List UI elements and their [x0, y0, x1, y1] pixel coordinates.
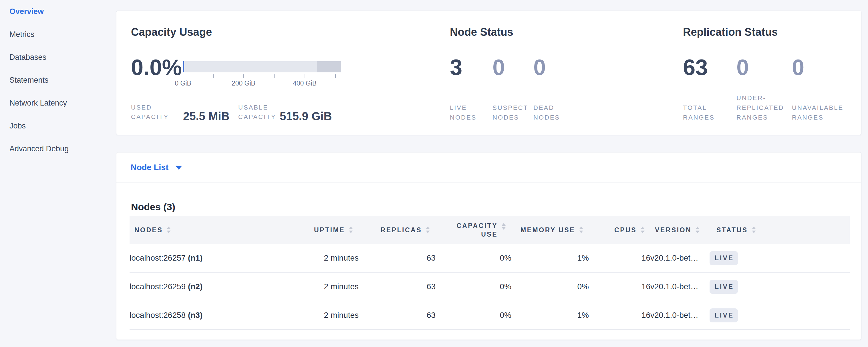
- sidebar-item-advanced-debug[interactable]: Advanced Debug: [0, 137, 116, 160]
- capacity-gauge-bar: [183, 61, 341, 72]
- stat-label: UNDER- REPLICATED RANGES: [737, 93, 792, 122]
- col-header-inner: NODES: [129, 216, 282, 244]
- cell-node: localhost:26259 (n2): [129, 272, 282, 301]
- col-header-node[interactable]: NODES: [129, 216, 282, 244]
- sort-up-arrow: [502, 223, 506, 226]
- capacity-gauge: 0 GiB200 GiB400 GiB: [183, 61, 341, 96]
- col-header-uptime[interactable]: UPTIME: [282, 216, 359, 244]
- cell-memory_use: 1%: [512, 244, 589, 272]
- sort-down-arrow: [695, 230, 700, 233]
- stat: 0UNDER- REPLICATED RANGES: [737, 56, 792, 122]
- gauge-tick: [305, 74, 305, 78]
- node-list-card: Node List Nodes (3) NODESUPTIMEREPLICASC…: [116, 152, 861, 340]
- cell-replicas: 63: [359, 272, 436, 301]
- node-list-dropdown-label: Node List: [131, 163, 168, 172]
- page: OverviewMetricsDatabasesStatementsNetwor…: [0, 0, 868, 347]
- sidebar-item-statements[interactable]: Statements: [0, 69, 116, 92]
- sidebar-item-jobs[interactable]: Jobs: [0, 115, 116, 137]
- sidebar-item-overview[interactable]: Overview: [0, 0, 116, 23]
- col-header-capacity_use[interactable]: CAPACITY USE: [436, 216, 512, 244]
- sort-icon: [752, 227, 756, 233]
- replication-status-stats: 63TOTAL RANGES0UNDER- REPLICATED RANGES0…: [683, 56, 858, 122]
- cell-memory_use: 0%: [512, 272, 589, 301]
- cell-replicas: 63: [359, 244, 436, 272]
- capacity-stats: USED CAPACITY25.5 MiBUSABLE CAPACITY515.…: [131, 103, 332, 122]
- cell-node: localhost:26257 (n1): [129, 244, 282, 272]
- col-header-inner: MEMORY USE: [512, 216, 589, 244]
- cell-cpus: 16: [589, 244, 650, 272]
- node-id: (n3): [186, 311, 203, 319]
- stat: 0UNAVAILABLE RANGES: [792, 56, 858, 122]
- node-list-dropdown[interactable]: Node List: [131, 163, 182, 172]
- gauge-tick: [335, 74, 336, 78]
- nodes-table-body: localhost:26257 (n1)2 minutes630%1%16v20…: [129, 244, 850, 329]
- node-address[interactable]: localhost:26257: [129, 253, 186, 262]
- col-header-inner: UPTIME: [282, 216, 359, 244]
- sort-down-arrow: [167, 230, 171, 233]
- col-header-inner: CPUS: [589, 216, 650, 244]
- status-badge: LIVE: [710, 308, 738, 322]
- col-header-label: REPLICAS: [381, 226, 422, 234]
- cell-uptime: 2 minutes: [282, 244, 359, 272]
- sort-icon: [426, 227, 430, 233]
- cell-version: v20.1.0-bet…: [650, 244, 710, 272]
- capacity-stat-value: 515.9 GiB: [280, 111, 332, 122]
- cell-status: LIVE: [710, 301, 850, 329]
- stat: 63TOTAL RANGES: [683, 56, 737, 122]
- cell-version: v20.1.0-bet…: [650, 301, 710, 329]
- stat-label: LIVE NODES: [450, 103, 493, 122]
- table-row[interactable]: localhost:26259 (n2)2 minutes630%0%16v20…: [129, 272, 850, 301]
- status-badge: LIVE: [710, 251, 738, 265]
- gauge-tick: [213, 74, 214, 78]
- node-status-stats: 3LIVE NODES0SUSPECT NODES0DEAD NODES: [450, 56, 582, 122]
- sort-down-arrow: [349, 230, 353, 233]
- capacity-percent: 0.0%: [131, 56, 182, 78]
- node-address[interactable]: localhost:26259: [129, 282, 186, 291]
- stat-value: 63: [683, 56, 737, 78]
- col-header-inner: STATUS: [710, 216, 850, 244]
- gauge-tick: [183, 74, 183, 78]
- stat-value: 3: [450, 56, 493, 78]
- col-header-label: CAPACITY USE: [457, 221, 498, 239]
- sort-down-arrow: [641, 230, 645, 233]
- col-header-version[interactable]: VERSION: [650, 216, 710, 244]
- col-header-label: VERSION: [655, 226, 691, 234]
- stat: 0DEAD NODES: [533, 56, 582, 122]
- sort-up-arrow: [426, 227, 430, 229]
- gauge-tick-label: 200 GiB: [231, 80, 255, 87]
- sort-icon: [641, 227, 645, 233]
- sidebar-nav: OverviewMetricsDatabasesStatementsNetwor…: [0, 0, 116, 160]
- col-header-cpus[interactable]: CPUS: [589, 216, 650, 244]
- sort-up-arrow: [349, 227, 353, 229]
- col-header-replicas[interactable]: REPLICAS: [359, 216, 436, 244]
- sort-up-arrow: [695, 227, 700, 229]
- sort-down-arrow: [579, 230, 583, 233]
- cell-uptime: 2 minutes: [282, 301, 359, 329]
- stat: 3LIVE NODES: [450, 56, 493, 122]
- nodes-count-heading: Nodes (3): [131, 201, 175, 213]
- gauge-tick-label: 400 GiB: [293, 80, 317, 87]
- col-header-status[interactable]: STATUS: [710, 216, 850, 244]
- sort-down-arrow: [426, 230, 430, 233]
- col-header-label: CPUS: [614, 226, 637, 234]
- capacity-stat-value: 25.5 MiB: [183, 111, 238, 122]
- capacity-stat-label: USED CAPACITY: [131, 103, 183, 122]
- node-address[interactable]: localhost:26258: [129, 311, 186, 319]
- sidebar-item-network-latency[interactable]: Network Latency: [0, 92, 116, 115]
- cell-memory_use: 1%: [512, 301, 589, 329]
- gauge-tick-label: 0 GiB: [175, 80, 191, 87]
- sidebar-item-databases[interactable]: Databases: [0, 46, 116, 69]
- col-header-memory_use[interactable]: MEMORY USE: [512, 216, 589, 244]
- col-header-label: MEMORY USE: [521, 226, 575, 234]
- stat-value: 0: [533, 56, 582, 78]
- table-row[interactable]: localhost:26258 (n3)2 minutes630%1%16v20…: [129, 301, 850, 329]
- sidebar-item-metrics[interactable]: Metrics: [0, 23, 116, 46]
- stat: 0SUSPECT NODES: [493, 56, 533, 122]
- col-header-label: STATUS: [716, 226, 748, 234]
- status-badge: LIVE: [710, 280, 738, 294]
- main-content: Capacity Usage 0.0% 0 GiB200 GiB400 GiB …: [116, 0, 861, 340]
- sort-down-arrow: [502, 227, 506, 230]
- sort-up-arrow: [752, 227, 756, 229]
- nodes-table-header-row: NODESUPTIMEREPLICASCAPACITY USEMEMORY US…: [129, 216, 850, 244]
- table-row[interactable]: localhost:26257 (n1)2 minutes630%1%16v20…: [129, 244, 850, 272]
